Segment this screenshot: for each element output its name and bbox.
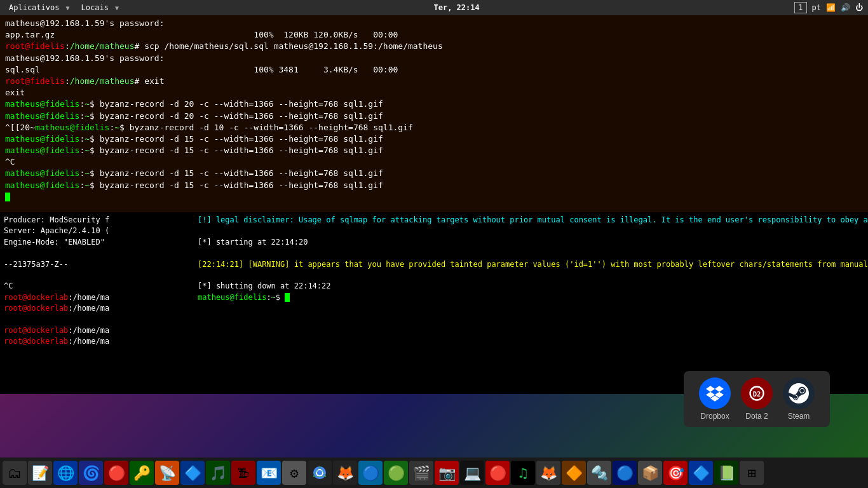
taskbar-spotify-icon[interactable]: ♫: [511, 461, 535, 485]
menu-arrow-locais: ▼: [115, 4, 119, 11]
taskbar-files-icon[interactable]: 🗂: [3, 461, 27, 485]
taskbar-gear-icon[interactable]: ⚙: [282, 461, 306, 485]
taskbar-thunderbird-icon[interactable]: 📧: [257, 461, 281, 485]
taskbar-book-icon[interactable]: 📗: [714, 461, 738, 485]
taskbar: 🗂 📝 🌐 🌀 🔴 🔑 📡 🔷 🎵 🗜 📧 ⚙ 🦊 🔵 🟢 🎬 📷 💻 🔴 ♫ …: [0, 458, 868, 488]
terminal-left[interactable]: Producer: ModSecurity f Server: Apache/2…: [0, 212, 193, 394]
top-left-menu: Aplicativos ▼ Locais ▼: [5, 2, 119, 13]
steam-icon: [783, 377, 815, 409]
terminal-right[interactable]: [!] legal disclaimer: Usage of sqlmap fo…: [193, 212, 868, 394]
term-line: Producer: ModSecurity f: [4, 215, 189, 226]
term-line: --21375a37-Z--: [4, 259, 189, 270]
term-line: [198, 270, 863, 281]
taskbar-keepass-icon[interactable]: 🔑: [130, 461, 154, 485]
power-icon[interactable]: ⏻: [855, 3, 863, 12]
notification-popup: Dropbox D2 Dota 2 Steam: [684, 371, 830, 427]
term-line: matheus@fidelis:~$ byzanz-record -d 15 -…: [5, 168, 863, 179]
dota2-label: Dota 2: [745, 412, 768, 421]
term-disclaimer: [!] legal disclaimer: Usage of sqlmap fo…: [198, 215, 863, 226]
top-panel: Aplicativos ▼ Locais ▼ Ter, 22:14 1 pt 📶…: [0, 0, 868, 15]
dota2-icon: D2: [741, 377, 773, 409]
taskbar-app15-icon[interactable]: 🟢: [384, 461, 408, 485]
term-line: matheus@fidelis:~$ byzanz-record -d 15 -…: [5, 180, 863, 191]
taskbar-gedit-icon[interactable]: 📝: [28, 461, 52, 485]
term-line: [198, 248, 863, 259]
term-line: root@dockerlab:/home/ma: [4, 303, 189, 314]
taskbar-blue2-icon[interactable]: 🔷: [689, 461, 713, 485]
term-cursor-line: [5, 191, 863, 203]
term-line: matheus@192.168.1.59's password:: [5, 18, 863, 29]
svg-text:D2: D2: [753, 390, 761, 398]
taskbar-dark-icon[interactable]: 🗜: [231, 461, 255, 485]
menu-locais[interactable]: Locais: [78, 2, 112, 13]
menu-arrow-aplicativos: ▼: [65, 4, 69, 11]
term-line: [4, 248, 189, 259]
notif-row: Dropbox D2 Dota 2 Steam: [699, 377, 815, 421]
taskbar-gray-icon[interactable]: 🔩: [587, 461, 611, 485]
taskbar-green-icon[interactable]: 🎵: [206, 461, 230, 485]
taskbar-appgrid-icon[interactable]: ⊞: [740, 461, 764, 485]
term-line: matheus@fidelis:~$ byzanz-record -d 20 -…: [5, 111, 863, 122]
taskbar-box-icon[interactable]: 📦: [638, 461, 662, 485]
notif-steam[interactable]: Steam: [783, 377, 815, 421]
term-line: root@dockerlab:/home/ma: [4, 292, 189, 303]
term-line: ^C: [5, 156, 863, 168]
term-line: [4, 270, 189, 281]
taskbar-filezilla-icon[interactable]: 📡: [155, 461, 179, 485]
taskbar-chrome-icon[interactable]: [308, 461, 332, 485]
term-line: root@fidelis:/home/matheus# scp /home/ma…: [5, 41, 863, 52]
term-line: matheus@fidelis:~$ byzanz-record -d 15 -…: [5, 133, 863, 145]
lang-indicator[interactable]: pt: [812, 3, 821, 12]
taskbar-vlc-icon[interactable]: 🎬: [409, 461, 433, 485]
term-line: [198, 226, 863, 236]
term-line: root@dockerlab:/home/ma: [4, 325, 189, 336]
term-starting: [*] starting at 22:14:20: [198, 237, 863, 248]
taskbar-target-icon[interactable]: 🎯: [663, 461, 688, 485]
taskbar-app19-icon[interactable]: 🔴: [485, 461, 510, 485]
taskbar-orange-icon[interactable]: 🔶: [562, 461, 586, 485]
svg-point-4: [317, 470, 322, 475]
taskbar-teal-icon[interactable]: 🔵: [358, 461, 383, 485]
steam-label: Steam: [788, 412, 810, 421]
term-line: ^[[20~matheus@fidelis:~$ byzanz-record -…: [5, 122, 863, 133]
term-line: Server: Apache/2.4.10 (: [4, 226, 189, 236]
taskbar-firefox-icon[interactable]: 🦊: [333, 461, 357, 485]
wifi-icon: 📶: [826, 3, 836, 12]
term-line: Engine-Mode: "ENABLED": [4, 237, 189, 248]
term-line: root@fidelis:/home/matheus# exit: [5, 76, 863, 87]
term-line: app.tar.gz 100% 120KB 120.0KB/s 00:00: [5, 29, 863, 41]
term-warning: [22:14:21] [WARNING] it appears that you…: [198, 259, 863, 270]
taskbar-terminal-icon[interactable]: 💻: [460, 461, 484, 485]
notif-dropbox[interactable]: Dropbox: [699, 377, 731, 421]
term-line: matheus@fidelis:~$ byzanz-record -d 15 -…: [5, 145, 863, 156]
volume-icon[interactable]: 🔊: [841, 3, 850, 12]
term-prompt-line: matheus@fidelis:~$: [198, 292, 863, 303]
top-right-area: 1 pt 📶 🔊 ⏻: [794, 2, 863, 13]
term-line: matheus@fidelis:~$ byzanz-record -d 20 -…: [5, 98, 863, 110]
clock: Ter, 22:14: [433, 3, 479, 12]
taskbar-camera-icon[interactable]: 📷: [435, 461, 459, 485]
notif-dota2[interactable]: D2 Dota 2: [741, 377, 773, 421]
workspace-indicator[interactable]: 1: [794, 2, 806, 13]
term-shutting: [*] shutting down at 22:14:22: [198, 281, 863, 292]
taskbar-app4-icon[interactable]: 🌀: [79, 461, 103, 485]
dropbox-icon: [699, 377, 731, 409]
taskbar-navy-icon[interactable]: 🔵: [613, 461, 637, 485]
taskbar-blue-icon[interactable]: 🔷: [180, 461, 205, 485]
terminal-main[interactable]: matheus@192.168.1.59's password: app.tar…: [0, 15, 868, 212]
term-line: exit: [5, 87, 863, 98]
dropbox-label: Dropbox: [700, 412, 729, 421]
term-line: sql.sql 100% 3481 3.4KB/s 00:00: [5, 64, 863, 76]
menu-aplicativos[interactable]: Aplicativos: [5, 2, 63, 13]
taskbar-fox-icon[interactable]: 🦊: [536, 461, 560, 485]
term-line: ^C: [4, 281, 189, 292]
taskbar-red-app-icon[interactable]: 🔴: [104, 461, 128, 485]
term-line: [4, 315, 189, 325]
desktop: matheus@192.168.1.59's password: app.tar…: [0, 15, 868, 458]
term-line: matheus@192.168.1.59's password:: [5, 53, 863, 64]
taskbar-ie-icon[interactable]: 🌐: [53, 461, 78, 485]
term-line: root@dockerlab:/home/ma: [4, 336, 189, 347]
